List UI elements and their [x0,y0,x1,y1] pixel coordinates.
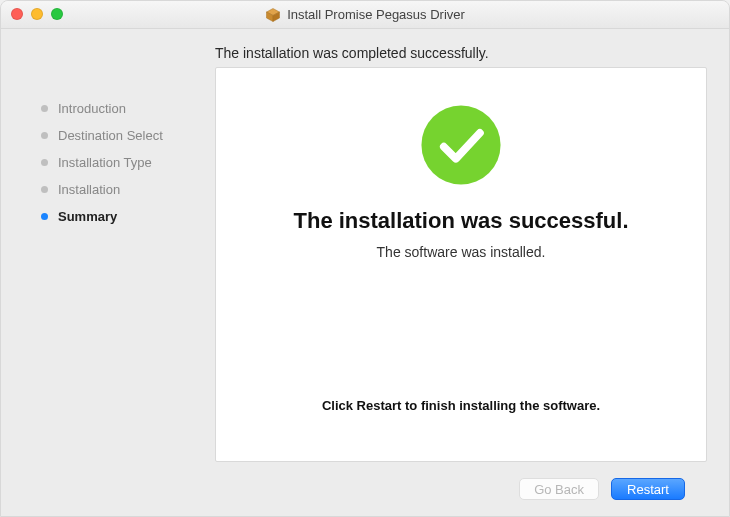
success-subheading: The software was installed. [377,244,546,260]
success-checkmark-icon [418,102,504,188]
go-back-button: Go Back [519,478,599,500]
footer: Go Back Restart [23,462,707,516]
close-window-button[interactable] [11,8,23,20]
installer-window: Install Promise Pegasus Driver The insta… [0,0,730,517]
sidebar-item-label: Summary [58,209,117,224]
sidebar-item-label: Introduction [58,101,126,116]
step-dot-icon [41,159,48,166]
page-subtitle: The installation was completed successfu… [23,39,707,67]
sidebar-item-introduction: Introduction [23,95,215,122]
sidebar-item-label: Installation [58,182,120,197]
content-panel: The installation was successful. The sof… [215,67,707,462]
sidebar-item-installation: Installation [23,176,215,203]
sidebar-item-summary: Summary [23,203,215,230]
restart-hint: Click Restart to finish installing the s… [322,398,600,413]
title-wrap: Install Promise Pegasus Driver [265,7,465,23]
titlebar: Install Promise Pegasus Driver [1,1,729,29]
step-dot-icon [41,132,48,139]
package-icon [265,7,281,23]
sidebar-item-label: Destination Select [58,128,163,143]
success-heading: The installation was successful. [294,208,629,234]
restart-button[interactable]: Restart [611,478,685,500]
svg-point-3 [421,105,500,184]
main-row: Introduction Destination Select Installa… [23,67,707,462]
step-dot-icon [41,213,48,220]
sidebar: Introduction Destination Select Installa… [23,67,215,462]
zoom-window-button[interactable] [51,8,63,20]
minimize-window-button[interactable] [31,8,43,20]
body: The installation was completed successfu… [1,29,729,516]
sidebar-item-label: Installation Type [58,155,152,170]
window-title: Install Promise Pegasus Driver [287,7,465,22]
traffic-lights [11,8,63,20]
step-dot-icon [41,105,48,112]
step-dot-icon [41,186,48,193]
sidebar-item-destination-select: Destination Select [23,122,215,149]
sidebar-item-installation-type: Installation Type [23,149,215,176]
